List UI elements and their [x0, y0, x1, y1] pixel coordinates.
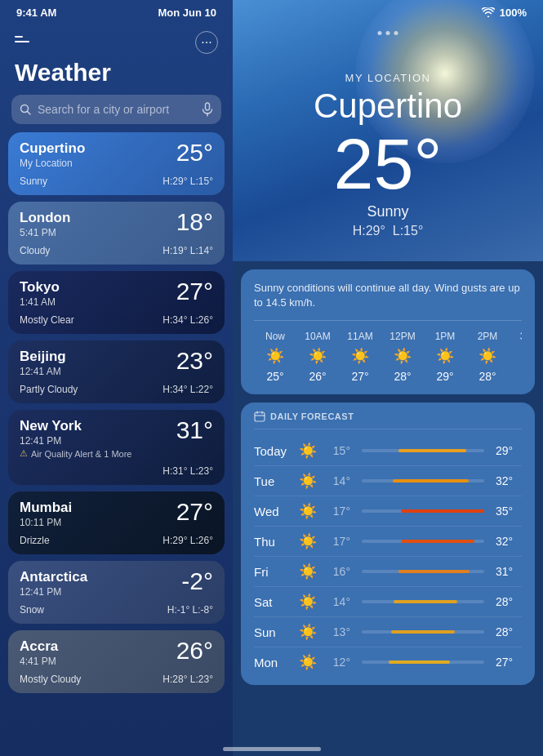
home-indicator: [223, 747, 321, 751]
app-title: Weather: [15, 59, 218, 87]
city-card-beijing[interactable]: Beijing 12:41 AM 23° Partly Cloudy H:34°…: [8, 340, 225, 403]
status-bar: 9:41 AM Mon Jun 10: [0, 0, 233, 24]
card-temp: 27°: [176, 500, 213, 524]
more-options-button[interactable]: ···: [195, 31, 218, 54]
city-card-tokyo[interactable]: Tokyo 1:41 AM 27° Mostly Clear H:34° L:2…: [8, 271, 225, 334]
card-hilo: H:34° L:22°: [162, 384, 213, 395]
city-sub: 1:41 AM: [20, 296, 60, 308]
city-name: London: [20, 210, 70, 226]
city-card-mumbai[interactable]: Mumbai 10:11 PM 27° Drizzle H:29° L:26°: [8, 491, 225, 554]
city-sub: 5:41 PM: [20, 227, 70, 238]
day-high: 27°: [496, 656, 522, 669]
card-top: Antarctica 12:41 PM -2°: [20, 569, 213, 598]
daily-row: Sat ☀️ 14° 28°: [254, 587, 522, 617]
day-icon: ☀️: [298, 653, 318, 671]
card-bottom: Partly Cloudy H:34° L:22°: [20, 384, 213, 395]
hour-item: Now ☀️ 25°: [254, 331, 296, 383]
day-low: 16°: [324, 565, 350, 578]
hour-item: 11AM ☀️ 27°: [339, 331, 381, 383]
hourly-row: Now ☀️ 25° 10AM ☀️ 26° 11AM ☀️ 27° 12PM …: [254, 331, 522, 383]
temp-bar-container: [362, 540, 484, 543]
wifi-icon: [482, 7, 495, 17]
temp-bar-container: [362, 479, 484, 483]
day-high: 31°: [496, 565, 522, 578]
search-icon: [20, 104, 31, 115]
daily-row: Sun ☀️ 13° 28°: [254, 617, 522, 647]
hour-label: 11AM: [347, 331, 372, 342]
day-name: Mon: [254, 656, 292, 669]
card-bottom: Drizzle H:29° L:26°: [20, 535, 213, 546]
hour-item: 10AM ☀️ 26°: [296, 331, 339, 383]
sidebar-icon[interactable]: [15, 36, 33, 49]
temp-bar-container: [362, 600, 484, 603]
day-name: Thu: [254, 535, 292, 549]
daily-row: Fri ☀️ 16° 31°: [254, 557, 522, 587]
hour-label: 12PM: [389, 331, 415, 342]
calendar-icon: [254, 411, 265, 422]
daily-row: Thu ☀️ 17° 32°: [254, 527, 522, 557]
card-hilo: H:29° L:26°: [162, 535, 213, 546]
hour-temp: 27°: [351, 370, 368, 383]
temp-bar-container: [362, 449, 484, 452]
card-temp: 18°: [176, 210, 213, 234]
card-hilo: H:19° L:14°: [162, 245, 213, 256]
day-icon: ☀️: [298, 472, 318, 490]
city-card-antarctica[interactable]: Antarctica 12:41 PM -2° Snow H:-1° L:-8°: [8, 561, 225, 624]
city-card-cupertino[interactable]: Cupertino My Location 25° Sunny H:29° L:…: [8, 132, 225, 195]
search-bar[interactable]: Search for a city or airport: [11, 95, 221, 124]
day-icon: ☀️: [298, 532, 318, 550]
daily-row: Wed ☀️ 17° 35°: [254, 496, 522, 527]
card-condition: Sunny: [20, 176, 47, 187]
day-high: 28°: [496, 595, 522, 608]
day-low: 13°: [324, 625, 350, 638]
city-card-newyork[interactable]: New York 12:41 PM 31° ⚠ Air Quality Aler…: [8, 410, 225, 485]
status-date: Mon Jun 10: [158, 7, 216, 19]
day-icon: ☀️: [298, 563, 318, 580]
card-bottom: Cloudy H:19° L:14°: [20, 245, 213, 256]
city-sub: My Location: [20, 158, 85, 169]
card-top: Tokyo 1:41 AM 27°: [20, 279, 213, 308]
card-hilo: H:-1° L:-8°: [167, 604, 213, 616]
svg-rect-4: [255, 412, 265, 421]
hour-icon: ☀️: [394, 347, 412, 365]
hour-label: Now: [265, 331, 285, 342]
hero-city-name: Cupertino: [314, 87, 462, 125]
day-low: 15°: [324, 444, 350, 457]
daily-header: DAILY FORECAST: [254, 411, 522, 429]
card-top: New York 12:41 PM 31°: [20, 418, 213, 447]
city-card-london[interactable]: London 5:41 PM 18° Cloudy H:19° L:14°: [8, 202, 225, 265]
temp-bar: [398, 570, 470, 573]
card-temp: 27°: [176, 279, 213, 304]
hour-label: 10AM: [305, 331, 330, 342]
svg-rect-2: [206, 103, 210, 110]
card-temp: 31°: [176, 418, 213, 442]
city-card-accra[interactable]: Accra 4:41 PM 26° Mostly Cloudy H:28° L:…: [8, 630, 225, 693]
daily-row: Tue ☀️ 14° 32°: [254, 466, 522, 496]
city-name: Beijing: [20, 349, 66, 365]
card-top: Accra 4:41 PM 26°: [20, 638, 213, 667]
card-hilo: H:31° L:23°: [162, 465, 213, 477]
hour-label: 3PM: [520, 331, 522, 342]
card-temp: -2°: [181, 569, 213, 594]
city-name: Accra: [20, 638, 58, 655]
card-condition: Cloudy: [20, 245, 50, 256]
card-bottom: Mostly Clear H:34° L:26°: [20, 314, 213, 326]
hour-temp: 25°: [266, 370, 283, 383]
card-temp: 25°: [176, 140, 213, 165]
card-bottom: Sunny H:29° L:15°: [20, 176, 213, 187]
hero-status-bar: 100%: [233, 0, 543, 24]
mic-icon[interactable]: [202, 102, 213, 117]
day-icon: ☀️: [298, 502, 318, 520]
hero-high: H:29°: [353, 224, 385, 238]
city-list: Cupertino My Location 25° Sunny H:29° L:…: [0, 132, 233, 700]
city-sub: 12:41 AM: [20, 366, 66, 377]
city-sub: 4:41 PM: [20, 656, 58, 667]
day-high: 29°: [496, 444, 522, 457]
day-high: 32°: [496, 474, 522, 487]
card-hilo: H:29° L:15°: [162, 176, 213, 187]
temp-bar: [389, 660, 450, 664]
day-icon: ☀️: [298, 593, 318, 611]
day-low: 12°: [324, 656, 350, 669]
day-icon: ☀️: [298, 623, 318, 641]
city-name: Antarctica: [20, 569, 87, 585]
